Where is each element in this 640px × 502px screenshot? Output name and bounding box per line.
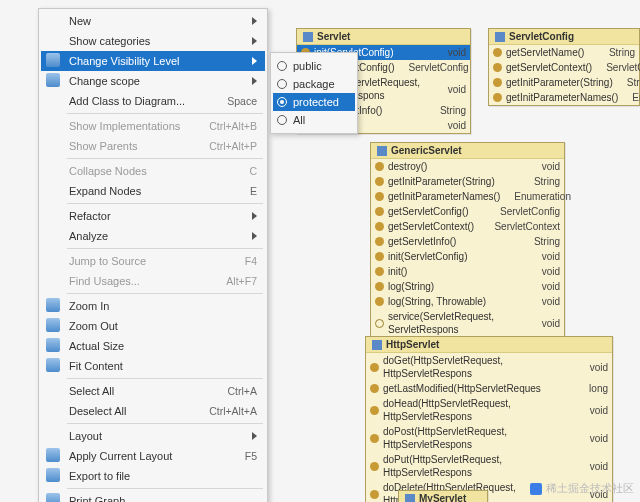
menu-label: Change scope [65, 75, 244, 87]
menu-item[interactable]: Zoom In [41, 296, 265, 316]
menu-shortcut: Ctrl+Alt+A [193, 405, 257, 417]
class-member[interactable]: getServletName()String [489, 45, 639, 60]
member-signature: init(ServletConfig) [388, 250, 467, 263]
member-return: String [524, 175, 560, 188]
menu-shortcut: Alt+F7 [210, 275, 257, 287]
class-my-servlet[interactable]: MyServlet [398, 490, 488, 502]
class-member[interactable]: getServletContext()ServletContext [371, 219, 564, 234]
class-member[interactable]: init()void [371, 264, 564, 279]
menu-label: Layout [65, 430, 244, 442]
menu-shortcut: Ctrl+Alt+P [193, 140, 257, 152]
menu-item[interactable]: Fit Content [41, 356, 265, 376]
class-member[interactable]: getInitParameter(String)String [489, 75, 639, 90]
zoom-out-icon [46, 318, 60, 332]
menu-item[interactable]: Layout [41, 426, 265, 446]
menu-label: Zoom In [65, 300, 257, 312]
member-return: void [580, 404, 608, 417]
visibility-option[interactable]: All [273, 111, 355, 129]
menu-label: Show categories [65, 35, 244, 47]
visibility-option[interactable]: protected [273, 93, 355, 111]
watermark: 稀土掘金技术社区 [530, 481, 634, 496]
menu-separator [67, 423, 263, 424]
class-member[interactable]: doHead(HttpServletRequest, HttpServletRe… [366, 396, 612, 424]
class-icon [405, 494, 415, 503]
class-member[interactable]: getServletInfo()String [371, 234, 564, 249]
fit-content-icon [46, 358, 60, 372]
menu-separator [67, 488, 263, 489]
option-label: All [293, 114, 305, 126]
class-member[interactable]: getLastModified(HttpServletRequeslong [366, 381, 612, 396]
menu-item[interactable]: Export to file [41, 466, 265, 486]
menu-item[interactable]: Select AllCtrl+A [41, 381, 265, 401]
class-member[interactable]: init(ServletConfig)void [371, 249, 564, 264]
class-title: GenericServlet [371, 143, 564, 159]
menu-item[interactable]: Refactor [41, 206, 265, 226]
class-member[interactable]: log(String, Throwable)void [371, 294, 564, 309]
class-member[interactable]: getServletConfig()ServletConfig [371, 204, 564, 219]
menu-item[interactable]: Apply Current LayoutF5 [41, 446, 265, 466]
class-icon [377, 146, 387, 156]
menu-shortcut: Ctrl+A [212, 385, 257, 397]
class-generic-servlet[interactable]: GenericServlet destroy()voidgetInitParam… [370, 142, 565, 353]
class-members: getServletName()StringgetServletContext(… [489, 45, 639, 105]
class-member[interactable]: getInitParameterNames()Enumeration [371, 189, 564, 204]
member-signature: doPost(HttpServletRequest, HttpServletRe… [383, 425, 576, 451]
class-member[interactable]: getInitParameterNames()Enumeration [489, 90, 639, 105]
menu-label: Analyze [65, 230, 244, 242]
menu-separator [67, 378, 263, 379]
menu-item[interactable]: Change scope [41, 71, 265, 91]
class-member[interactable]: log(String)void [371, 279, 564, 294]
menu-item[interactable]: Actual Size [41, 336, 265, 356]
member-return: ServletConfig [490, 205, 560, 218]
menu-item[interactable]: Analyze [41, 226, 265, 246]
method-icon [370, 406, 379, 415]
member-signature: getServletName() [506, 46, 584, 59]
class-http-servlet[interactable]: HttpServlet doGet(HttpServletRequest, Ht… [365, 336, 613, 502]
class-member[interactable]: service(ServletRequest, ServletResponsvo… [371, 309, 564, 337]
member-return: String [599, 46, 635, 59]
menu-item[interactable]: New [41, 11, 265, 31]
apply-layout-icon [46, 448, 60, 462]
member-signature: getInitParameterNames() [388, 190, 500, 203]
member-return: Enumeration [622, 91, 640, 104]
submenu-arrow-icon [252, 17, 257, 25]
member-return: void [580, 432, 608, 445]
member-signature: getServletContext() [506, 61, 592, 74]
visibility-submenu: publicpackageprotectedAll [270, 52, 358, 134]
visibility-option[interactable]: package [273, 75, 355, 93]
menu-separator [67, 158, 263, 159]
menu-item[interactable]: Change Visibility Level [41, 51, 265, 71]
menu-label: Fit Content [65, 360, 257, 372]
member-return: Enumeration [504, 190, 571, 203]
member-signature: getInitParameter(String) [388, 175, 495, 188]
member-return: void [580, 361, 608, 374]
member-return: ServletContext [596, 61, 640, 74]
class-member[interactable]: getServletContext()ServletContext [489, 60, 639, 75]
option-label: public [293, 60, 322, 72]
member-signature: getInitParameter(String) [506, 76, 613, 89]
class-title: HttpServlet [366, 337, 612, 353]
class-member[interactable]: doGet(HttpServletRequest, HttpServletRes… [366, 353, 612, 381]
menu-item[interactable]: Print Graph [41, 491, 265, 502]
menu-item[interactable]: Deselect AllCtrl+Alt+A [41, 401, 265, 421]
class-member[interactable]: doPost(HttpServletRequest, HttpServletRe… [366, 424, 612, 452]
member-signature: log(String) [388, 280, 434, 293]
class-members: destroy()voidgetInitParameter(String)Str… [371, 159, 564, 352]
menu-item[interactable]: Zoom Out [41, 316, 265, 336]
class-member[interactable]: destroy()void [371, 159, 564, 174]
menu-separator [67, 293, 263, 294]
visibility-option[interactable]: public [273, 57, 355, 75]
class-member[interactable]: doPut(HttpServletRequest, HttpServletRes… [366, 452, 612, 480]
menu-label: Deselect All [65, 405, 193, 417]
member-return: String [617, 76, 640, 89]
menu-item[interactable]: Expand NodesE [41, 181, 265, 201]
menu-item[interactable]: Show categories [41, 31, 265, 51]
member-return: ServletContext [484, 220, 560, 233]
member-signature: doHead(HttpServletRequest, HttpServletRe… [383, 397, 576, 423]
menu-item[interactable]: Add Class to Diagram...Space [41, 91, 265, 111]
menu-label: Find Usages... [65, 275, 210, 287]
member-signature: getInitParameterNames() [506, 91, 618, 104]
visibility-icon [46, 53, 60, 67]
class-servlet-config[interactable]: ServletConfig getServletName()StringgetS… [488, 28, 640, 106]
class-member[interactable]: getInitParameter(String)String [371, 174, 564, 189]
